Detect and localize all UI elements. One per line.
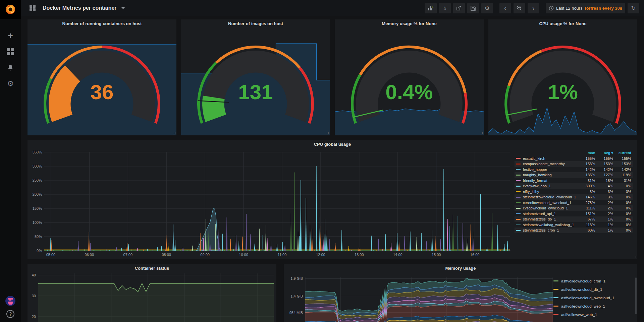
panel-title[interactable]: Memory usage [284,264,637,272]
legend-sort-current[interactable]: current [613,151,631,155]
settings-button[interactable]: ⚙ [481,3,493,13]
svg-text:954 MiB: 954 MiB [289,311,303,315]
svg-text:20: 20 [32,315,36,319]
legend-row[interactable]: compassionate_mccarthy153%153%153% [515,161,633,167]
panel-title[interactable]: Memory usage % for None [335,19,484,27]
series-color-swatch [553,289,558,290]
alerting-bell-icon[interactable] [6,63,15,72]
panel-resize-handle[interactable] [634,256,636,258]
svg-text:+: + [432,5,434,9]
legend-row[interactable]: steinmetzturtl_api_1151%2%0% [515,211,633,217]
legend-row[interactable]: friendly_fermat31%18%31% [515,178,633,184]
dashboard-title[interactable]: Docker Metrics per container [43,5,117,11]
gauge-images-on-host[interactable]: 131 [181,28,330,135]
legend-value-max: 278% [577,201,595,205]
svg-text:300%: 300% [33,164,42,168]
panel-title[interactable]: CPU usage % for None [488,19,637,27]
series-color-swatch [516,191,521,192]
legend-row[interactable]: cvsqwww_app_1300%4%0% [515,183,633,189]
svg-text:13:00: 13:00 [355,253,364,257]
legend-scrollbar[interactable] [635,277,637,314]
legend-value-avg: 2% [595,212,613,216]
legend-row[interactable]: steinmetzttrss_cron_160%1%0% [515,228,633,233]
legend-item[interactable]: asffvoilewww_web_1 [553,310,633,319]
legend-row[interactable]: cvsqowncloud_owncloud_1111%2%0% [515,205,633,211]
legend-value-current: 0% [613,228,631,232]
series-color-swatch [516,202,521,203]
bottom-row: Container status 403020 Memory usage 1.9… [28,264,637,322]
legend-value-max: 3% [577,190,595,194]
sidebar: + ⚙ ? [0,0,21,322]
legend-row[interactable]: steinmetzttrss_db_167%1%0% [515,216,633,222]
help-icon[interactable]: ? [6,310,14,318]
series-color-swatch [516,164,521,165]
legend-value-max: 300% [577,184,595,188]
legend-item[interactable]: asffvoileowncloud_owncloud_1 [553,294,633,302]
svg-text:06:00: 06:00 [85,253,94,257]
legend-row[interactable]: cerenitowncloud_owncloud_1278%2%0% [515,200,633,206]
gauge-value: 131 [181,82,330,103]
legend-row[interactable]: nifty_kilby3%3%3% [515,189,633,195]
series-color-swatch [516,219,521,220]
time-forward-button[interactable]: › [528,3,539,13]
refresh-button[interactable]: ↻ [628,3,639,13]
series-color-swatch [516,175,521,176]
dashboards-icon[interactable] [6,47,15,56]
legend-item[interactable]: asffvoileowncloud_cron_1 [553,277,633,285]
legend-row[interactable]: ecstatic_kirch155%155%155% [515,156,633,162]
panel-images-on-host: Number of images on host 131 [181,19,330,135]
legend-sort-max[interactable]: max [577,151,595,155]
series-color-swatch [516,213,521,214]
legend-item[interactable]: asffvoileowncloud_web_1 [553,302,633,310]
add-panel-icon: + [428,5,434,11]
user-avatar[interactable] [5,296,15,306]
gauge-cpu-usage[interactable]: 1% [488,28,637,135]
legend-row[interactable]: steinmetzowncloud_owncloud_1146%3%0% [515,194,633,200]
legend-row[interactable]: naughty_hawking135%127%119% [515,172,633,178]
panel-cpu-usage-pct: CPU usage % for None 1% [488,19,637,135]
star-button[interactable]: ☆ [439,3,451,13]
legend-value-avg: 2% [595,201,613,205]
gauge-running-containers[interactable]: 36 [28,28,176,135]
panel-title[interactable]: CPU global usage [28,140,637,148]
svg-text:1.4 GiB: 1.4 GiB [290,294,303,298]
svg-text:200%: 200% [33,192,42,196]
grafana-logo[interactable] [0,0,21,19]
panel-title[interactable]: Number of running containers on host [28,19,176,27]
panel-title[interactable]: Number of images on host [181,19,330,27]
add-icon[interactable]: + [6,31,15,40]
add-panel-button[interactable]: + [425,3,437,13]
svg-text:0%: 0% [37,249,42,253]
legend-row[interactable]: festive_hopper142%142%142% [515,167,633,173]
svg-text:12:00: 12:00 [316,253,325,257]
svg-text:09:00: 09:00 [200,253,210,257]
legend-item[interactable]: berthaultavocatwww_web_1 [553,319,633,322]
legend-row[interactable]: steinmetzwallabag_wallabag_1113%1%0% [515,222,633,228]
share-button[interactable] [453,3,465,13]
legend-value-max: 111% [577,206,595,210]
container-status-plot[interactable]: 403020 [28,272,276,322]
panel-resize-handle[interactable] [173,132,175,134]
cpu-row: CPU global usage 0%50%100%150%200%250%30… [28,140,637,259]
time-range-picker[interactable]: Last 12 hours Refresh every 30s [546,3,625,13]
panel-memory-usage-pct: Memory usage % for None 0.4% [335,19,484,135]
zoom-out-button[interactable] [514,3,525,13]
legend-item[interactable]: asffvoileowncloud_db_1 [553,285,633,294]
legend-value-max: 60% [577,228,595,232]
panel-resize-handle[interactable] [634,132,636,134]
memory-legend: asffvoileowncloud_cron_1asffvoileownclou… [553,277,633,322]
panel-resize-handle[interactable] [327,132,329,134]
cpu-global-usage-plot[interactable]: 0%50%100%150%200%250%300%350%05:0006:000… [30,149,513,258]
configuration-gear-icon[interactable]: ⚙ [6,79,15,88]
gauge-memory-usage[interactable]: 0.4% [335,28,484,135]
svg-text:05:00: 05:00 [46,253,56,257]
dashboard-picker-icon[interactable] [26,3,39,13]
panel-title[interactable]: Container status [28,264,276,272]
save-button[interactable] [467,3,479,13]
legend-sort-avg[interactable]: avg ▾ [595,151,613,155]
dropdown-caret-icon[interactable] [121,7,125,9]
svg-text:16:00: 16:00 [470,253,480,257]
time-back-button[interactable]: ‹ [499,3,511,13]
panel-resize-handle[interactable] [480,132,483,134]
legend-value-avg: 3% [595,195,613,199]
